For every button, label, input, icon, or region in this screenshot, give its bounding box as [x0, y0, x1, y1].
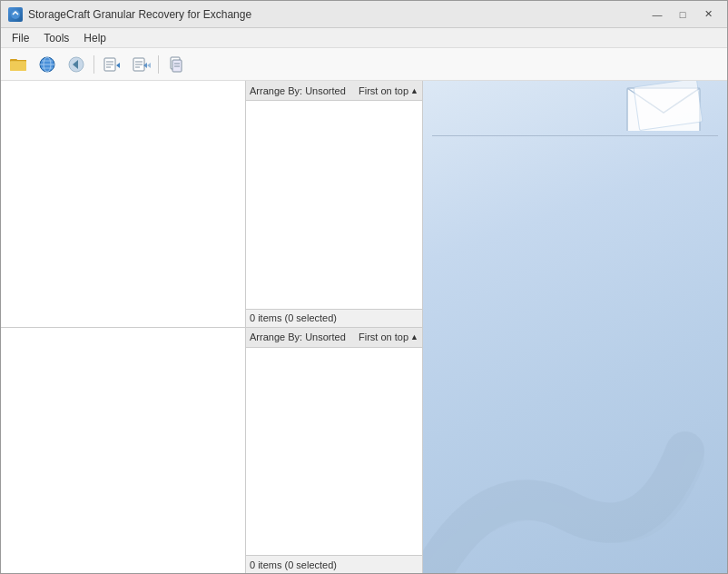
- folder-tree-bottom: [1, 328, 245, 574]
- app-icon: [8, 7, 23, 22]
- lower-list-status: 0 items (0 selected): [246, 555, 422, 573]
- export-alt-button[interactable]: [127, 52, 154, 77]
- svg-marker-22: [147, 63, 151, 68]
- copy-icon: [166, 54, 186, 74]
- upper-list-header: Arrange By: Unsorted First on top ▲: [246, 81, 422, 101]
- main-window: StorageCraft Granular Recovery for Excha…: [0, 0, 728, 574]
- preview-header-line: [432, 135, 718, 136]
- menu-tools[interactable]: Tools: [36, 30, 76, 46]
- window-controls: — □ ✕: [645, 6, 720, 23]
- envelope-decoration-icon: [618, 81, 709, 131]
- lower-list-section: Arrange By: Unsorted First on top ▲ 0 it…: [246, 328, 422, 574]
- svg-rect-4: [10, 61, 26, 71]
- export-icon: [102, 54, 122, 74]
- lower-status-text: 0 items (0 selected): [250, 559, 337, 570]
- preview-area: [423, 81, 727, 573]
- right-pane: [423, 81, 727, 573]
- window-title: StorageCraft Granular Recovery for Excha…: [28, 8, 251, 21]
- lower-list-content[interactable]: [246, 348, 422, 556]
- preview-swoosh-icon: [423, 391, 704, 573]
- left-pane: [1, 81, 246, 573]
- upper-arrange-by[interactable]: Arrange By: Unsorted: [250, 85, 346, 96]
- toolbar-separator-2: [158, 55, 159, 74]
- upper-first-on-top[interactable]: First on top ▲: [359, 85, 418, 96]
- menu-file[interactable]: File: [5, 30, 36, 46]
- back-button[interactable]: [63, 52, 90, 77]
- lower-list-header: Arrange By: Unsorted First on top ▲: [246, 328, 422, 348]
- back-icon: [66, 54, 86, 74]
- open-backup-icon: [8, 54, 28, 74]
- middle-pane: Arrange By: Unsorted First on top ▲ 0 it…: [246, 81, 423, 573]
- svg-rect-28: [634, 81, 703, 131]
- lower-sort-arrow: ▲: [410, 332, 418, 341]
- main-content: Arrange By: Unsorted First on top ▲ 0 it…: [1, 81, 727, 573]
- lower-first-on-top[interactable]: First on top ▲: [359, 332, 418, 342]
- upper-list-section: Arrange By: Unsorted First on top ▲ 0 it…: [246, 81, 422, 328]
- svg-marker-16: [116, 63, 120, 68]
- upper-list-content[interactable]: [246, 101, 422, 309]
- upper-sort-arrow: ▲: [410, 86, 418, 95]
- maximize-button[interactable]: □: [671, 6, 694, 23]
- upper-status-text: 0 items (0 selected): [250, 312, 337, 323]
- export-button[interactable]: [98, 52, 125, 77]
- menu-help[interactable]: Help: [76, 30, 113, 46]
- header-decoration: [618, 81, 727, 135]
- title-bar: StorageCraft Granular Recovery for Excha…: [1, 1, 727, 28]
- export-alt-icon: [131, 54, 151, 74]
- connect-icon: [37, 54, 57, 74]
- lower-arrange-by[interactable]: Arrange By: Unsorted: [250, 332, 346, 342]
- title-bar-left: StorageCraft Granular Recovery for Excha…: [8, 7, 251, 22]
- lower-first-on-top-label: First on top: [359, 332, 408, 342]
- upper-first-on-top-label: First on top: [359, 85, 408, 96]
- toolbar: [1, 48, 727, 81]
- open-backup-button[interactable]: [5, 52, 32, 77]
- connect-button[interactable]: [34, 52, 61, 77]
- minimize-button[interactable]: —: [645, 6, 669, 23]
- upper-list-status: 0 items (0 selected): [246, 309, 422, 327]
- copy-button[interactable]: [162, 52, 190, 77]
- close-button[interactable]: ✕: [696, 6, 720, 23]
- menu-bar: File Tools Help: [1, 28, 727, 48]
- folder-tree-top: [1, 81, 245, 328]
- toolbar-separator-1: [93, 55, 94, 74]
